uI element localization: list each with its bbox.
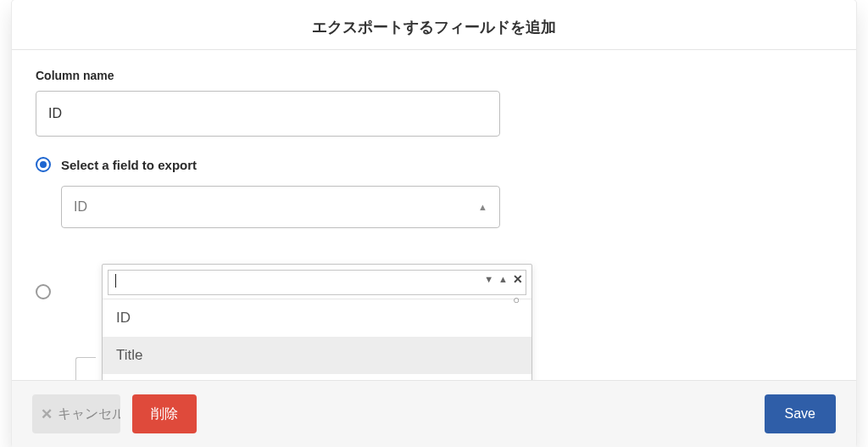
dropdown-option-title[interactable]: Title <box>103 337 531 374</box>
close-icon[interactable]: ✕ <box>513 273 523 285</box>
search-icon: ○ <box>513 293 520 306</box>
save-button[interactable]: Save <box>765 394 836 433</box>
field-select[interactable]: ID ▲ <box>61 186 500 228</box>
modal-body: Column name Select a field to export ID … <box>12 50 856 380</box>
dropdown-option-content[interactable]: Content <box>103 374 531 380</box>
partial-box <box>75 357 96 380</box>
delete-button-label: 削除 <box>151 405 178 423</box>
caret-up-icon: ▲ <box>478 202 487 212</box>
column-name-input[interactable] <box>36 91 500 137</box>
radio-icon <box>36 157 51 172</box>
dropdown-sort-icons: ▼ ▲ ✕ <box>484 273 523 285</box>
radio-dot-icon <box>40 161 47 168</box>
field-select-value: ID <box>74 199 87 215</box>
delete-button[interactable]: 削除 <box>132 394 197 433</box>
modal-title: エクスポートするフィールドを追加 <box>12 0 856 50</box>
footer-left: ✕ キャンセル 削除 <box>32 394 197 433</box>
cancel-button[interactable]: ✕ キャンセル <box>32 394 120 433</box>
radio-select-field[interactable]: Select a field to export <box>36 157 832 172</box>
chevron-down-icon[interactable]: ▼ <box>484 275 493 284</box>
field-dropdown: ▼ ▲ ✕ ○ ID Title Content Excerpt <box>102 264 532 380</box>
dropdown-option-id[interactable]: ID <box>103 299 531 337</box>
radio-icon <box>36 284 51 299</box>
export-field-modal: エクスポートするフィールドを追加 Column name Select a fi… <box>12 0 856 447</box>
radio-select-field-label: Select a field to export <box>61 158 197 172</box>
dropdown-search-row: ▼ ▲ ✕ ○ <box>103 265 531 299</box>
cancel-button-label: キャンセル <box>58 405 120 423</box>
text-cursor-icon <box>115 274 116 288</box>
column-name-label: Column name <box>36 69 832 82</box>
close-icon: ✕ <box>41 405 53 423</box>
modal-footer: ✕ キャンセル 削除 Save <box>12 380 856 447</box>
save-button-label: Save <box>785 406 815 422</box>
dropdown-search-input[interactable] <box>108 270 526 295</box>
chevron-up-icon[interactable]: ▲ <box>498 275 508 284</box>
